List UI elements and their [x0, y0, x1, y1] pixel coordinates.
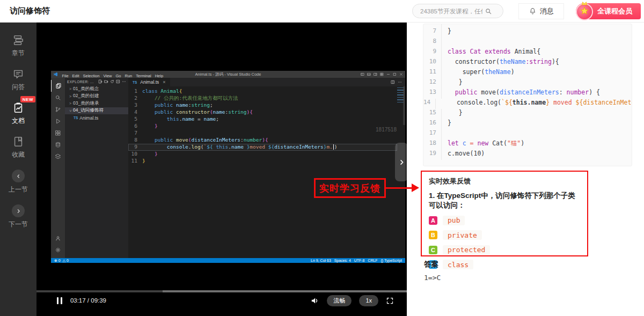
line-number: 7: [128, 130, 142, 137]
tree-item-label: Animal.ts: [79, 115, 98, 121]
code-text: [442, 24, 448, 27]
volume-icon: [310, 296, 319, 305]
line-number: 2: [128, 95, 142, 102]
activity-search: [51, 92, 65, 104]
expand-panel-button[interactable]: [395, 143, 408, 181]
more-icon: [398, 80, 402, 84]
tree-item-label: 02_类的创建: [73, 93, 99, 99]
search-icon: [55, 94, 61, 101]
vscode-logo-icon: [53, 72, 58, 77]
code-text: [442, 38, 448, 48]
typescript-file-icon: TS: [74, 116, 78, 120]
messages-label: 消息: [540, 6, 554, 16]
code-line: 11 super(theName): [423, 68, 632, 78]
code-text: }: [442, 27, 451, 38]
next-circle: [12, 204, 25, 217]
code-text: let c = new Cat("猫"): [442, 139, 524, 150]
activity-layers: [51, 151, 65, 163]
line-number: 10: [423, 58, 442, 68]
speed-button[interactable]: 1x: [359, 295, 378, 306]
page: 访问修饰符 消息 全课程会员 章节问答NEW文档收藏上一节下一节: [0, 0, 644, 316]
line-number: 12: [423, 78, 442, 89]
messages-button[interactable]: 消息: [518, 3, 564, 19]
code-line: 17: [423, 129, 632, 139]
annotation-arrow-line: [386, 187, 413, 189]
search-icon[interactable]: [485, 8, 492, 15]
answer-title: 答案: [424, 260, 438, 269]
sidebar-item-chapters[interactable]: 章节: [0, 34, 36, 58]
quiz-title: 实时效果反馈: [429, 177, 580, 186]
files-icon: [55, 83, 62, 89]
sidebar-item-prev[interactable]: 上一节: [0, 170, 36, 194]
code-text: public move(distanceInMeters:number){: [142, 137, 268, 144]
sidebar-item-label: 问答: [12, 83, 25, 92]
code-text: public name:string;: [142, 102, 213, 109]
quiz-option-C: Cprotected: [429, 245, 580, 255]
refresh-icon: [110, 79, 114, 84]
code-line: 1class Animal{: [128, 88, 405, 95]
page-title: 访问修饰符: [10, 6, 50, 16]
code-text: [442, 129, 448, 139]
fullscreen-icon[interactable]: [386, 297, 394, 305]
sidebar-item-label: 下一节: [9, 220, 28, 229]
code-line: 10 }: [128, 151, 405, 158]
sidebar-item-docs[interactable]: NEW文档: [0, 102, 36, 126]
sidebar-item-favorites[interactable]: 收藏: [0, 136, 36, 159]
wl3-icon: [374, 72, 377, 76]
volume-icon[interactable]: [310, 296, 319, 305]
membership-button[interactable]: 全课程会员: [576, 3, 641, 19]
line-number: 5: [128, 116, 142, 123]
sidebar-item-next[interactable]: 下一节: [0, 204, 36, 229]
more-icon: [122, 79, 126, 84]
search-box[interactable]: [412, 4, 503, 18]
new-folder-icon: [104, 79, 108, 84]
new-badge: NEW: [20, 96, 35, 102]
option-key-badge: C: [429, 246, 437, 254]
vscode-window-title: Animal.ts - 源码 - Visual Studio Code: [195, 72, 261, 77]
code-line: 6: [423, 24, 632, 27]
sidebar-item-label: 章节: [12, 49, 25, 58]
option-label: protected: [443, 245, 490, 255]
explorer-title: EXPLORER: ...: [67, 80, 94, 84]
favorites-icon: [12, 136, 24, 148]
header: 访问修饰符 消息 全课程会员: [0, 0, 644, 23]
option-label: class: [443, 260, 473, 269]
line-number: 6: [423, 24, 442, 27]
line-number: 8: [128, 137, 142, 144]
chevron-right-icon: >: [69, 101, 71, 105]
code-line: 9class Cat extends Animal{: [423, 48, 632, 58]
quality-button[interactable]: 流畅: [327, 295, 352, 306]
scm-icon: [55, 106, 61, 113]
line-number: 18: [423, 139, 442, 150]
line-number: 10: [128, 151, 142, 158]
code-line: 19c.move(10): [423, 150, 632, 160]
membership-badge-icon: [575, 1, 594, 20]
wl1-icon: [361, 72, 364, 76]
pause-button[interactable]: [57, 297, 62, 304]
code-text: public constructor(name:string){: [142, 109, 253, 116]
code-text: class Cat extends Animal{: [442, 48, 540, 58]
search-input[interactable]: [413, 8, 485, 14]
activity-run-debug: [51, 115, 65, 127]
menu-go: Go: [116, 74, 121, 78]
docs-icon: [12, 102, 24, 114]
line-number: 16: [423, 119, 442, 129]
line-number: 14: [423, 99, 436, 109]
chevron-right-icon: >: [69, 94, 71, 98]
tab-close-icon: ×: [163, 79, 165, 85]
tree-item: TSAnimal.ts: [65, 114, 128, 122]
ext-icon: [55, 130, 61, 136]
menu-selection: Selection: [83, 74, 100, 78]
line-number: 11: [128, 158, 142, 165]
chevron-right-icon: >: [69, 87, 71, 91]
line-number: 17: [423, 129, 442, 139]
vscode-logo-icon: [53, 72, 58, 77]
vscode-editor: TS Animal.ts × 1class Animal{2 // 公共的:代表…: [128, 78, 405, 258]
code-text: console.log(`${this.name} moved ${distan…: [436, 99, 632, 109]
sidebar-item-qa[interactable]: 问答: [0, 68, 36, 92]
video-player[interactable]: FileEditSelectionViewGoRunTerminalHelp A…: [36, 23, 407, 316]
code-line: 16}: [423, 119, 632, 129]
code-text: super(theName): [442, 68, 515, 78]
doc-panel[interactable]: 67}89class Cat extends Animal{10 constru…: [407, 23, 644, 316]
code-text: this.name = name;: [142, 116, 219, 123]
